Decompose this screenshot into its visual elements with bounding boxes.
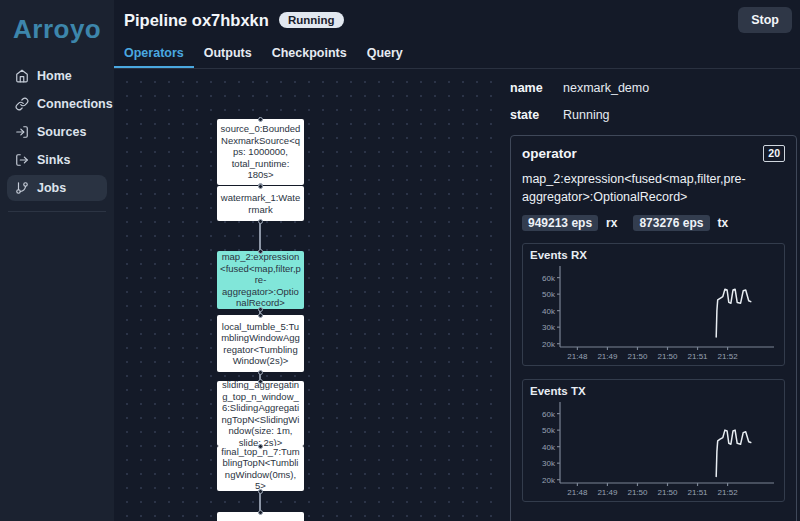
operator-description: map_2:expression<fused<map,filter,pre-ag… (522, 170, 785, 206)
rx-eps-unit: eps (571, 216, 592, 230)
svg-text:50k: 50k (542, 426, 556, 435)
sidebar-item-jobs[interactable]: Jobs (7, 175, 107, 201)
link-icon (15, 97, 29, 111)
node-input-handle (258, 444, 263, 449)
app-root: Arroyo HomeConnectionsSourcesSinksJobs P… (0, 0, 800, 521)
graph-node[interactable]: sliding_aggregating_top_n_window_6:Slidi… (217, 381, 304, 446)
svg-text:21:48: 21:48 (567, 488, 588, 497)
svg-text:60k: 60k (542, 410, 556, 419)
rx-eps-value: 949213 (528, 216, 568, 230)
main-area: Pipeline ox7hbxkn Running Stop Operators… (114, 0, 800, 521)
page-title: Pipeline ox7hbxkn (124, 11, 269, 30)
svg-text:20k: 20k (542, 340, 556, 349)
svg-text:21:52: 21:52 (718, 352, 739, 361)
content: source_0:BoundedNexmarkSource<qps: 10000… (114, 69, 800, 521)
chart-events-tx: Events TX20k30k40k50k60k21:4821:4921:502… (522, 379, 785, 502)
parallelism-badge: 20 (763, 145, 785, 162)
field-label: state (510, 108, 563, 122)
sidebar-item-sinks[interactable]: Sinks (7, 147, 107, 173)
svg-text:20k: 20k (542, 476, 556, 485)
graph-node[interactable]: local_tumble_5:TumblingWindowAggregator<… (217, 315, 304, 372)
graph-node-label: source_0:BoundedNexmarkSource<qps: 10000… (220, 123, 301, 181)
svg-text:21:49: 21:49 (597, 488, 618, 497)
sidebar-divider (8, 211, 106, 212)
svg-text:40k: 40k (542, 443, 556, 452)
svg-text:21:50: 21:50 (627, 352, 648, 361)
rx-eps-badge: 949213 eps (522, 215, 598, 231)
sidebar-item-label: Sinks (37, 153, 70, 167)
node-output-handle (258, 370, 263, 375)
tx-label: tx (718, 216, 729, 230)
svg-text:30k: 30k (542, 323, 556, 332)
tab-checkpoints[interactable]: Checkpoints (262, 40, 357, 68)
graph-node-label: sliding_aggregating_top_n_window_6:Slidi… (220, 381, 301, 446)
chart-title: Events RX (530, 249, 777, 261)
node-input-handle (258, 249, 263, 254)
graph-node-label: local_tumble_5:TumblingWindowAggregator<… (220, 321, 301, 367)
field-value: Running (563, 108, 610, 122)
sidebar: Arroyo HomeConnectionsSourcesSinksJobs (0, 0, 114, 521)
graph-node[interactable]: watermark_1:Watermark (217, 186, 304, 221)
graph-node[interactable]: source_0:BoundedNexmarkSource<qps: 10000… (217, 119, 304, 185)
status-badge: Running (279, 12, 344, 28)
pipeline-canvas[interactable]: source_0:BoundedNexmarkSource<qps: 10000… (114, 69, 497, 521)
sidebar-item-label: Connections (37, 97, 113, 111)
operator-card-title: operator (522, 146, 577, 161)
stop-button[interactable]: Stop (738, 7, 792, 33)
tab-operators[interactable]: Operators (114, 40, 194, 68)
operator-card: operator 20 map_2:expression<fused<map,f… (510, 135, 797, 521)
svg-text:21:48: 21:48 (567, 352, 588, 361)
node-output-handle (258, 307, 263, 312)
graph-node-label: map_2:expression<fused<map,filter,pre-ag… (220, 251, 301, 309)
throughput-row: 949213 eps rx 873276 eps tx (522, 215, 785, 231)
svg-text:30k: 30k (542, 459, 556, 468)
tx-eps-unit: eps (683, 216, 704, 230)
graph-node[interactable]: final_top_n_7:TumblingTopN<TumblingWindo… (217, 446, 304, 491)
sidebar-nav: HomeConnectionsSourcesSinksJobs (0, 63, 114, 201)
detail-field-state: stateRunning (510, 108, 794, 122)
detail-field-name: namenexmark_demo (510, 81, 794, 95)
sidebar-item-home[interactable]: Home (7, 63, 107, 89)
svg-text:21:51: 21:51 (688, 352, 709, 361)
field-value: nexmark_demo (563, 81, 649, 95)
rx-label: rx (606, 216, 617, 230)
jobs-branch-icon (15, 181, 29, 195)
svg-text:21:50: 21:50 (657, 352, 678, 361)
svg-text:40k: 40k (542, 307, 556, 316)
tab-query[interactable]: Query (357, 40, 413, 68)
topbar: Pipeline ox7hbxkn Running Stop (114, 0, 800, 40)
svg-text:21:52: 21:52 (718, 488, 739, 497)
node-output-handle (258, 489, 263, 494)
graph-node[interactable]: map_2:expression<fused<map,filter,pre-ag… (217, 251, 304, 309)
node-input-handle (258, 117, 263, 122)
chart-title: Events TX (530, 385, 777, 397)
node-input-handle (258, 379, 263, 384)
sidebar-item-label: Jobs (37, 181, 66, 195)
svg-text:21:50: 21:50 (657, 488, 678, 497)
chart-plot: 20k30k40k50k60k21:4821:4921:5021:5021:51… (530, 399, 778, 499)
svg-text:21:51: 21:51 (688, 488, 709, 497)
svg-text:50k: 50k (542, 290, 556, 299)
sidebar-item-label: Sources (37, 125, 86, 139)
node-input-handle (258, 184, 263, 189)
details-panel: namenexmark_demostateRunning operator 20… (497, 69, 800, 521)
svg-text:21:50: 21:50 (627, 488, 648, 497)
source-in-icon (15, 125, 29, 139)
node-output-handle (258, 219, 263, 224)
sidebar-item-connections[interactable]: Connections (7, 91, 107, 117)
tx-eps-badge: 873276 eps (633, 215, 709, 231)
sink-out-icon (15, 153, 29, 167)
app-logo: Arroyo (0, 12, 114, 61)
sidebar-item-sources[interactable]: Sources (7, 119, 107, 145)
home-icon (15, 69, 29, 83)
tab-outputs[interactable]: Outputs (194, 40, 262, 68)
graph-node-label: watermark_1:Watermark (220, 192, 301, 215)
svg-text:60k: 60k (542, 274, 556, 283)
tx-eps-value: 873276 (639, 216, 679, 230)
operator-card-header: operator 20 (522, 145, 785, 162)
chart-plot: 20k30k40k50k60k21:4821:4921:5021:5021:51… (530, 263, 778, 363)
node-input-handle (258, 510, 263, 515)
chart-events-rx: Events RX20k30k40k50k60k21:4821:4921:502… (522, 243, 785, 366)
tabbar: OperatorsOutputsCheckpointsQuery (114, 40, 800, 69)
svg-text:21:49: 21:49 (597, 352, 618, 361)
